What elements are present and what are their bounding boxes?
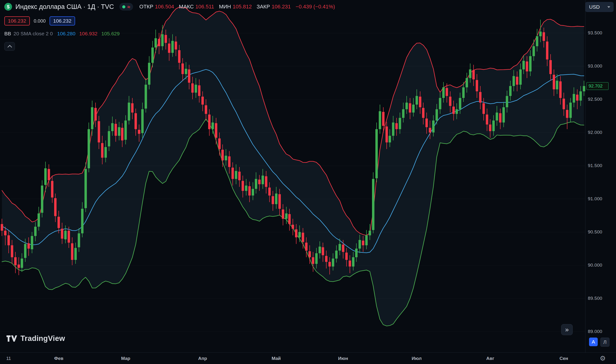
- tradingview-logo[interactable]: TradingView: [6, 334, 65, 343]
- scale-toggle-group: А Л: [589, 338, 610, 347]
- chevron-up-icon: [7, 45, 12, 49]
- time-tick-label: Апр: [198, 356, 207, 361]
- market-open-dot-icon: [122, 5, 125, 8]
- sell-price-badge[interactable]: 106.232: [4, 16, 30, 26]
- collapse-legend-button[interactable]: [4, 42, 15, 51]
- price-tick-label: 89.500: [588, 296, 602, 301]
- ohlc-low: МИН 105.812: [219, 4, 252, 10]
- price-tick-label: 89.000: [588, 329, 602, 334]
- price-tick-label: 91.000: [588, 196, 602, 201]
- bb-basis-value: 106.280: [57, 31, 75, 37]
- time-tick-label: Май: [272, 356, 281, 361]
- ohlc-close: ЗАКР 106.231: [257, 4, 291, 10]
- buy-price-badge[interactable]: 106.232: [50, 16, 75, 26]
- time-tick-label: Июл: [412, 356, 422, 361]
- price-tick-label: 93.500: [588, 30, 602, 36]
- chart-pane[interactable]: [0, 0, 585, 352]
- price-change: −0.439 (−0.41%): [296, 4, 335, 10]
- auto-scale-button[interactable]: А: [589, 338, 598, 346]
- price-tick-label: 91.500: [588, 163, 602, 168]
- candlestick-chart-canvas[interactable]: [0, 0, 585, 352]
- bid-ask-row: 106.232 0.000 106.232: [4, 16, 75, 26]
- indicator-params: 20 SMA close 2 0: [13, 31, 53, 37]
- time-tick-label: Мар: [121, 356, 130, 361]
- legend-collapse-row: [4, 42, 15, 51]
- time-tick-label: Фев: [54, 356, 63, 361]
- ohlc-readout: ОТКР 106.504 МАКС 106.511 МИН 105.812 ЗА…: [139, 4, 335, 10]
- price-axis[interactable]: 93.50093.00092.50092.00091.50091.00090.5…: [585, 0, 616, 352]
- spread-value: 0.000: [34, 18, 46, 24]
- ohlc-high: МАКС 106.511: [179, 4, 214, 10]
- bb-upper-value: 106.932: [79, 31, 97, 37]
- time-tick-label: Авг: [486, 356, 494, 361]
- scroll-to-realtime-button[interactable]: »: [561, 324, 573, 335]
- tradingview-logo-icon: [6, 335, 17, 342]
- bb-lower-value: 105.629: [101, 31, 120, 37]
- indicator-legend-row: BB 20 SMA close 2 0 106.280 106.932 105.…: [4, 31, 123, 37]
- time-tick-label: 11: [6, 356, 11, 361]
- chevron-down-icon: [607, 6, 610, 8]
- currency-selector[interactable]: USD: [585, 2, 614, 12]
- time-tick-label: Сен: [560, 356, 568, 361]
- price-tick-label: 90.000: [588, 262, 602, 268]
- symbol-header-row: $ Индекс доллара США · 1Д · TVC ≈ ОТКР 1…: [4, 3, 335, 11]
- tradingview-logo-text: TradingView: [20, 334, 65, 343]
- price-tick-label: 90.500: [588, 229, 602, 235]
- currency-label: USD: [589, 4, 600, 10]
- time-tick-label: Июн: [338, 356, 348, 361]
- delayed-data-icon: ≈: [128, 4, 130, 9]
- market-status-pill[interactable]: ≈: [119, 3, 133, 11]
- price-tick-label: 92.000: [588, 130, 602, 135]
- symbol-title[interactable]: Индекс доллара США · 1Д · TVC: [15, 3, 114, 11]
- settings-gear-icon[interactable]: ⚙: [600, 354, 606, 363]
- price-tick-label: 93.000: [588, 64, 602, 69]
- last-price-label: 92.702: [586, 82, 609, 90]
- price-tick-label: 92.500: [588, 97, 602, 102]
- time-axis[interactable]: 11ФевМарАпрМайИюнИюлАвгСен ⚙: [0, 352, 616, 364]
- indicator-name[interactable]: BB: [4, 31, 11, 37]
- ohlc-open: ОТКР 106.504: [139, 4, 174, 10]
- log-scale-button[interactable]: Л: [600, 338, 610, 347]
- symbol-logo-icon: $: [4, 3, 12, 11]
